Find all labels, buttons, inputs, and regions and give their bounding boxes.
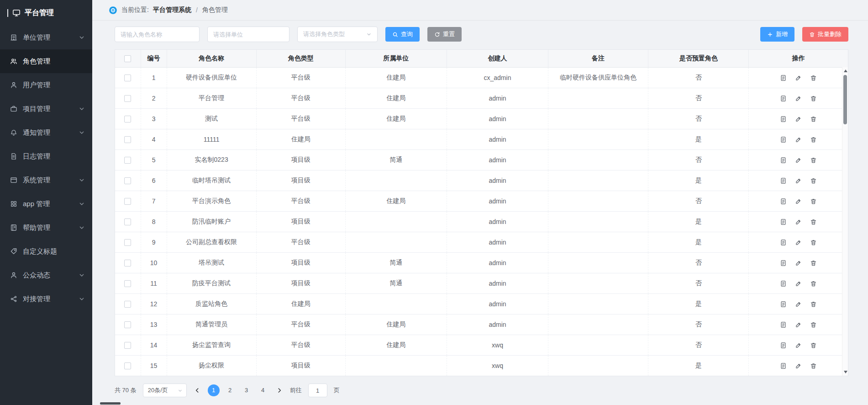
row-checkbox[interactable] xyxy=(124,301,131,308)
sidebar-item-share[interactable]: 对接管理 xyxy=(0,287,92,311)
horizontal-scrollbar[interactable] xyxy=(92,402,868,405)
column-header: 是否预置角色 xyxy=(648,50,749,67)
delete-button[interactable] xyxy=(810,198,817,205)
cell-name: 扬尘监管查询 xyxy=(167,335,256,355)
horizontal-scrollbar-thumb[interactable] xyxy=(100,402,121,405)
view-button[interactable] xyxy=(780,280,787,287)
row-checkbox[interactable] xyxy=(124,321,131,328)
row-checkbox[interactable] xyxy=(124,218,131,225)
view-button[interactable] xyxy=(780,362,787,369)
page-number-2[interactable]: 2 xyxy=(224,384,236,396)
role-type-select[interactable]: 请选择角色类型 xyxy=(297,27,378,42)
view-button[interactable] xyxy=(780,218,787,225)
sidebar-item-roles[interactable]: 角色管理 xyxy=(0,49,92,73)
row-checkbox[interactable] xyxy=(124,280,131,287)
edit-button[interactable] xyxy=(795,75,802,81)
vertical-scrollbar[interactable] xyxy=(842,67,848,376)
add-button[interactable]: 新增 xyxy=(760,27,794,42)
edit-button[interactable] xyxy=(795,157,802,164)
scrollbar-thumb[interactable] xyxy=(843,75,847,124)
view-button[interactable] xyxy=(780,157,787,164)
sidebar-item-user[interactable]: 用户管理 xyxy=(0,73,92,97)
view-button[interactable] xyxy=(780,239,787,246)
row-checkbox[interactable] xyxy=(124,136,131,143)
delete-button[interactable] xyxy=(810,239,817,246)
edit-button[interactable] xyxy=(795,280,802,287)
row-checkbox[interactable] xyxy=(124,157,131,164)
search-button[interactable]: 查询 xyxy=(385,27,420,42)
delete-button[interactable] xyxy=(810,301,817,308)
view-button[interactable] xyxy=(780,177,787,184)
edit-button[interactable] xyxy=(795,342,802,349)
delete-button[interactable] xyxy=(810,218,817,225)
row-checkbox[interactable] xyxy=(124,116,131,123)
edit-button[interactable] xyxy=(795,260,802,266)
edit-button[interactable] xyxy=(795,362,802,369)
delete-button[interactable] xyxy=(810,75,817,81)
delete-button[interactable] xyxy=(810,116,817,123)
sidebar-item-public-user[interactable]: 公众动态 xyxy=(0,263,92,287)
edit-button[interactable] xyxy=(795,218,802,225)
row-checkbox[interactable] xyxy=(124,362,131,369)
sidebar-item-tag[interactable]: 自定义标题 xyxy=(0,240,92,263)
scroll-up-arrow[interactable] xyxy=(844,69,847,72)
sidebar-item-log[interactable]: 日志管理 xyxy=(0,144,92,168)
prev-page-button[interactable] xyxy=(193,387,201,394)
reset-button[interactable]: 重置 xyxy=(427,27,462,42)
delete-button[interactable] xyxy=(810,157,817,164)
next-page-button[interactable] xyxy=(275,387,284,394)
sidebar-item-system[interactable]: 系统管理 xyxy=(0,168,92,192)
search-button-label: 查询 xyxy=(401,30,413,38)
view-button[interactable] xyxy=(780,75,787,81)
view-button[interactable] xyxy=(780,116,787,123)
view-button[interactable] xyxy=(780,95,787,102)
view-button[interactable] xyxy=(780,342,787,349)
row-checkbox[interactable] xyxy=(124,198,131,205)
sidebar-item-bell[interactable]: 通知管理 xyxy=(0,121,92,144)
edit-button[interactable] xyxy=(795,177,802,184)
cell-id: 10 xyxy=(141,252,167,273)
edit-button[interactable] xyxy=(795,321,802,328)
row-checkbox[interactable] xyxy=(124,75,131,81)
delete-button[interactable] xyxy=(810,95,817,102)
edit-button[interactable] xyxy=(795,198,802,205)
page-number-3[interactable]: 3 xyxy=(241,384,253,396)
row-checkbox[interactable] xyxy=(124,239,131,246)
unit-input[interactable] xyxy=(207,27,289,42)
role-name-input[interactable] xyxy=(115,27,200,42)
delete-button[interactable] xyxy=(810,280,817,287)
view-button[interactable] xyxy=(780,136,787,143)
delete-button[interactable] xyxy=(810,177,817,184)
view-button[interactable] xyxy=(780,321,787,328)
row-checkbox[interactable] xyxy=(124,95,131,102)
delete-button[interactable] xyxy=(810,136,817,143)
row-checkbox[interactable] xyxy=(124,260,131,266)
view-button[interactable] xyxy=(780,301,787,308)
sidebar-item-label: app 管理 xyxy=(23,200,50,208)
delete-button[interactable] xyxy=(810,342,817,349)
page-size-select[interactable]: 20条/页 xyxy=(143,384,187,397)
select-all-checkbox[interactable] xyxy=(124,55,131,62)
edit-button[interactable] xyxy=(795,136,802,143)
edit-button[interactable] xyxy=(795,116,802,123)
row-checkbox[interactable] xyxy=(124,342,131,349)
sidebar-item-app[interactable]: app 管理 xyxy=(0,192,92,216)
scroll-down-arrow[interactable] xyxy=(844,371,847,373)
page-number-1[interactable]: 1 xyxy=(208,384,220,396)
delete-button[interactable] xyxy=(810,321,817,328)
edit-button[interactable] xyxy=(795,95,802,102)
sidebar-item-project[interactable]: 项目管理 xyxy=(0,97,92,121)
page-number-4[interactable]: 4 xyxy=(257,384,269,396)
goto-page-input[interactable] xyxy=(308,384,327,397)
edit-button[interactable] xyxy=(795,239,802,246)
row-checkbox[interactable] xyxy=(124,177,131,184)
sidebar-item-help[interactable]: 帮助管理 xyxy=(0,216,92,240)
view-button[interactable] xyxy=(780,260,787,266)
table-row: 6临时塔吊测试项目级admin是 xyxy=(115,170,848,191)
delete-button[interactable] xyxy=(810,362,817,369)
delete-button[interactable] xyxy=(810,260,817,266)
view-button[interactable] xyxy=(780,198,787,205)
batch-delete-button[interactable]: 批量删除 xyxy=(802,27,848,42)
edit-button[interactable] xyxy=(795,301,802,308)
sidebar-item-building[interactable]: 单位管理 xyxy=(0,26,92,49)
